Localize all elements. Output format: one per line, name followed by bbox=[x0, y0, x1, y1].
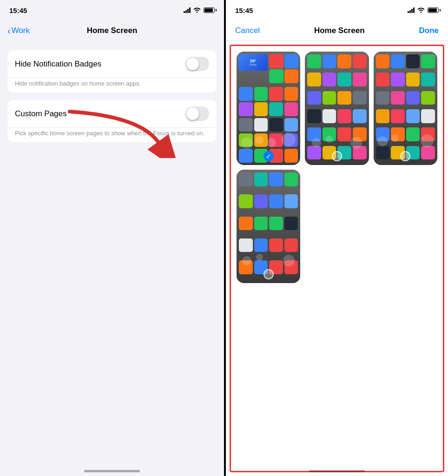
wifi-icon bbox=[193, 7, 201, 14]
back-button[interactable]: ‹ Work bbox=[7, 26, 30, 36]
right-status-bar: 15:45 bbox=[226, 0, 448, 20]
page3-select-circle[interactable] bbox=[400, 151, 410, 161]
done-button[interactable]: Done bbox=[419, 26, 439, 35]
page-thumb-4[interactable] bbox=[237, 170, 300, 283]
signal-icon bbox=[184, 7, 191, 13]
hide-notification-row: Hide Notification Badges bbox=[7, 50, 217, 78]
left-panel: 15:45 ‹ Work Home Screen bbox=[0, 0, 224, 476]
toggle-thumb bbox=[186, 58, 199, 70]
page-thumb-1[interactable]: 26° Partly bbox=[237, 52, 300, 165]
page1-select-circle[interactable]: ✓ bbox=[264, 151, 274, 161]
right-nav-bar: Cancel Home Screen Done bbox=[226, 20, 448, 41]
right-home-indicator bbox=[309, 470, 365, 472]
custom-pages-description: Pick specific home screen pages to show … bbox=[7, 128, 217, 142]
pages-grid: 26° Partly bbox=[230, 45, 444, 472]
right-signal-icon bbox=[408, 7, 415, 13]
bokeh-overlay bbox=[237, 123, 300, 151]
right-nav-title: Home Screen bbox=[314, 26, 365, 35]
left-nav-bar: ‹ Work Home Screen bbox=[0, 20, 224, 41]
chevron-left-icon: ‹ bbox=[7, 26, 11, 36]
custom-pages-toggle[interactable] bbox=[185, 106, 209, 121]
right-panel: 15:45 Cancel Home Screen Done bbox=[226, 0, 448, 476]
cancel-button[interactable]: Cancel bbox=[235, 26, 260, 35]
hide-notification-toggle[interactable] bbox=[185, 57, 209, 71]
page2-select-circle[interactable] bbox=[332, 151, 342, 161]
right-battery-icon bbox=[428, 7, 439, 13]
left-nav-title: Home Screen bbox=[87, 26, 138, 35]
back-label: Work bbox=[12, 26, 30, 35]
right-time: 15:45 bbox=[235, 7, 253, 14]
battery-icon bbox=[204, 7, 215, 13]
bokeh-overlay-4 bbox=[237, 241, 300, 269]
bokeh-overlay-3 bbox=[374, 123, 437, 151]
left-time: 15:45 bbox=[9, 7, 27, 14]
custom-pages-section: Custom Pages Pick specific home screen p… bbox=[7, 100, 217, 142]
left-home-indicator bbox=[84, 470, 140, 472]
left-status-bar: 15:45 bbox=[0, 0, 224, 20]
hide-notification-label: Hide Notification Badges bbox=[15, 60, 101, 69]
right-status-icons bbox=[408, 7, 439, 14]
page4-select-circle[interactable] bbox=[264, 269, 274, 279]
bokeh-overlay-2 bbox=[305, 123, 369, 151]
left-status-icons bbox=[184, 7, 215, 14]
right-wifi-icon bbox=[417, 7, 425, 14]
hide-notification-description: Hide notification badges on home screen … bbox=[7, 78, 217, 93]
toggle-thumb-2 bbox=[186, 107, 199, 120]
custom-pages-label: Custom Pages bbox=[15, 109, 67, 119]
page-thumb-3[interactable] bbox=[374, 52, 437, 165]
settings-content: Hide Notification Badges Hide notificati… bbox=[0, 41, 224, 476]
page-thumb-2[interactable] bbox=[305, 52, 369, 165]
hide-notification-section: Hide Notification Badges Hide notificati… bbox=[7, 50, 217, 93]
custom-pages-row: Custom Pages bbox=[7, 100, 217, 128]
